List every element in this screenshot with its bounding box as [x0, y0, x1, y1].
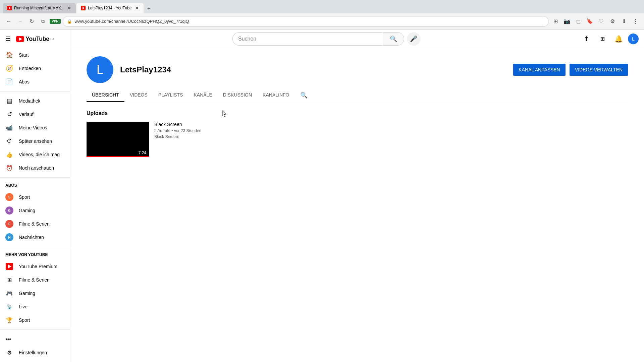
- nachrichten-sub-avatar: N: [5, 233, 13, 241]
- sidebar-item-gaming-sub[interactable]: G Gaming: [1, 204, 69, 217]
- lock-icon: 🔒: [67, 19, 72, 24]
- video-title[interactable]: Black Screen: [154, 122, 288, 127]
- channel-avatar-letter: L: [97, 63, 103, 77]
- toolbar-icon-7[interactable]: ⬇: [619, 17, 629, 26]
- forward-button[interactable]: →: [15, 17, 25, 26]
- youtube-logo[interactable]: YouTube EO: [16, 36, 54, 43]
- sidebar-item-live-mehr[interactable]: 📡 Live: [1, 300, 69, 313]
- sidebar-divider-2: [0, 177, 70, 178]
- browser-tab-inactive[interactable]: Running Minecraft at MAX... ✕: [3, 3, 76, 13]
- youtube-logo-icon: [16, 36, 24, 42]
- manage-videos-button[interactable]: VIDEOS VERWALTEN: [570, 64, 628, 76]
- sidebar-item-my-videos[interactable]: 📹 Meine Videos: [1, 121, 69, 134]
- yt-premium-icon: [5, 262, 13, 270]
- sidebar-item-filme-mehr[interactable]: ⊞ Filme & Serien: [1, 273, 69, 287]
- browser-toolbar: ← → ↻ ⧉ VPN 🔒 www.youtube.com/channel/UC…: [0, 13, 644, 29]
- tab-close-1[interactable]: ✕: [66, 5, 72, 11]
- watch-again-icon: ⏰: [5, 164, 13, 172]
- uploads-section-title: Uploads: [87, 110, 628, 116]
- toolbar-menu-button[interactable]: ⋮: [631, 17, 640, 26]
- sidebar-item-library[interactable]: ▤ Mediathek: [1, 94, 69, 108]
- browser-tabs-bar: Running Minecraft at MAX... ✕ LetsPlay12…: [0, 0, 644, 13]
- sidebar-item-subscriptions[interactable]: 📄 Abos: [1, 75, 69, 88]
- tab-favicon-1: [7, 5, 12, 11]
- toolbar-icon-5[interactable]: ♡: [596, 17, 606, 26]
- sidebar-item-label: Sport: [19, 317, 30, 323]
- video-card: 7:24 Black Screen 2 Aufrufe • vor 23 Stu…: [87, 122, 288, 157]
- tab-kanäle[interactable]: KANÄLE: [188, 89, 217, 102]
- tab-videos[interactable]: VIDEOS: [124, 89, 153, 102]
- header-right-actions: ⬆ ⊞ 🔔 L: [580, 32, 639, 46]
- abos-section-title: ABOS: [0, 180, 70, 190]
- grid-apps-button[interactable]: ⊞: [596, 32, 609, 46]
- mic-button[interactable]: 🎤: [407, 32, 420, 46]
- tab-kanalinfo[interactable]: KANALINFO: [257, 89, 294, 102]
- toolbar-icon-3[interactable]: ◻: [574, 17, 583, 26]
- sidebar-more-button[interactable]: •••: [0, 333, 70, 346]
- sidebar-item-home[interactable]: 🏠 Start: [1, 48, 69, 62]
- sidebar-item-sport-sub[interactable]: S Sport: [1, 190, 69, 204]
- liked-videos-icon: 👍: [5, 150, 13, 159]
- vpn-badge[interactable]: VPN: [50, 19, 61, 24]
- tab-close-2[interactable]: ✕: [134, 5, 140, 11]
- sidebar-item-watch-later[interactable]: ⏱ Später ansehen: [1, 134, 69, 148]
- content-area: Uploads 7:24 Black Screen 2 Aufrufe • vo…: [70, 102, 644, 165]
- tab-übersicht[interactable]: ÜBERSICHT: [87, 89, 124, 102]
- sidebar-item-label: Nachrichten: [19, 235, 44, 240]
- settings-icon: ⚙: [5, 349, 13, 357]
- library-icon: ▤: [5, 97, 13, 105]
- channel-tabs: ÜBERSICHT VIDEOS PLAYLISTS KANÄLE DISKUS…: [87, 88, 628, 102]
- sidebar-item-label: Abos: [19, 79, 30, 84]
- subscriptions-icon: 📄: [5, 78, 13, 86]
- sidebar-item-nachrichten-sub[interactable]: N Nachrichten: [1, 231, 69, 244]
- mic-icon: 🎤: [410, 35, 417, 43]
- tab-playlists[interactable]: PLAYLISTS: [153, 89, 189, 102]
- sidebar-item-watch-again[interactable]: ⏰ Noch anschauen: [1, 161, 69, 175]
- sidebar-item-history[interactable]: ↺ Verlauf: [1, 108, 69, 121]
- browser-tab-active[interactable]: LetsPlay1234 - YouTube ✕: [76, 3, 144, 13]
- sidebar-item-liked-videos[interactable]: 👍 Videos, die ich mag: [1, 148, 69, 161]
- sport-sub-avatar: S: [5, 193, 13, 201]
- address-bar[interactable]: 🔒 www.youtube.com/channel/UCocN6zQPHQZ_0…: [63, 16, 549, 27]
- toolbar-icon-6[interactable]: ⚙: [608, 17, 617, 26]
- customize-channel-button[interactable]: KANAL ANPASSEN: [513, 64, 566, 76]
- sidebar-item-yt-premium[interactable]: YouTube Premium: [1, 260, 69, 273]
- sidebar-item-sport-mehr[interactable]: 🏆 Sport: [1, 313, 69, 327]
- home-icon: 🏠: [5, 51, 13, 59]
- reload-button[interactable]: ↻: [27, 17, 36, 26]
- toolbar-icon-4[interactable]: 🔖: [585, 17, 594, 26]
- sidebar-item-label: Noch anschauen: [19, 165, 54, 171]
- channel-search-button[interactable]: 🔍: [297, 88, 311, 102]
- sidebar-item-label: Filme & Serien: [19, 221, 50, 227]
- filme-sub-avatar: F: [5, 220, 13, 228]
- hamburger-menu[interactable]: ☰: [5, 35, 11, 43]
- video-thumbnail[interactable]: 7:24: [87, 122, 149, 157]
- video-duration-badge: 7:24: [137, 150, 148, 156]
- sidebar-item-discover[interactable]: 🧭 Entdecken: [1, 62, 69, 75]
- sidebar-item-label: Sport: [19, 194, 30, 200]
- back-button[interactable]: ←: [4, 17, 13, 26]
- search-input[interactable]: [232, 32, 383, 46]
- toolbar-icon-2[interactable]: 📷: [562, 17, 572, 26]
- video-info: Black Screen 2 Aufrufe • vor 23 Stunden …: [154, 122, 288, 157]
- tab-diskussion[interactable]: DISKUSSION: [218, 89, 257, 102]
- sidebar-item-label: Meine Videos: [19, 125, 47, 130]
- extensions-button[interactable]: ⧉: [38, 17, 48, 26]
- youtube-header: 🔍 🎤 ⬆ ⊞ 🔔 L: [70, 29, 644, 48]
- toolbar-icon-1[interactable]: ⊞: [551, 17, 560, 26]
- sidebar-item-gaming-mehr[interactable]: 🎮 Gaming: [1, 287, 69, 300]
- sidebar-item-filme-sub[interactable]: F Filme & Serien: [1, 217, 69, 231]
- youtube-app: ☰ YouTube EO 🏠 Start 🧭 Entdecken 📄 Abos …: [0, 29, 644, 362]
- sidebar-item-label: YouTube Premium: [19, 264, 57, 269]
- search-button[interactable]: 🔍: [383, 32, 404, 46]
- tab-title-2: LetsPlay1234 - YouTube: [88, 6, 132, 10]
- upload-button[interactable]: ⬆: [580, 32, 593, 46]
- user-avatar[interactable]: L: [628, 34, 639, 44]
- sidebar-settings[interactable]: ⚙ Einstellungen: [1, 346, 69, 359]
- sidebar-item-label: Mediathek: [19, 98, 41, 104]
- notifications-button[interactable]: 🔔: [612, 32, 625, 46]
- sidebar-header: ☰ YouTube EO: [0, 29, 70, 48]
- new-tab-button[interactable]: +: [144, 4, 154, 13]
- sidebar-divider-4: [0, 329, 70, 330]
- video-description: Black Screen.: [154, 134, 288, 139]
